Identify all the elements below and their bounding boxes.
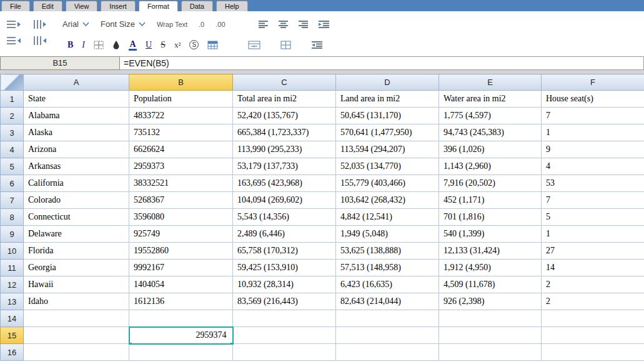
column-header-d[interactable]: D	[336, 74, 439, 91]
currency-format-icon[interactable]: S	[189, 40, 199, 49]
formula-input[interactable]	[120, 56, 644, 70]
cell-B16[interactable]	[129, 344, 233, 361]
table-borders-icon[interactable]	[280, 41, 291, 49]
menu-tab-file[interactable]: File	[1, 1, 30, 11]
cell-D13[interactable]: 82,643 (214,044)	[336, 293, 439, 310]
cell-F5[interactable]: 4	[542, 158, 644, 175]
cell-A6[interactable]: California	[24, 175, 129, 192]
row-header-15[interactable]: 15	[1, 327, 24, 344]
cell-D4[interactable]: 113,594 (294,207)	[336, 141, 439, 158]
strikethrough-button[interactable]: S	[161, 40, 166, 50]
cell-E1[interactable]: Water area in mi2	[439, 91, 542, 108]
cell-border-icon[interactable]	[94, 41, 104, 49]
cell-C15[interactable]	[233, 327, 336, 344]
cell-C8[interactable]: 5,543 (14,356)	[233, 209, 336, 226]
row-header-4[interactable]: 4	[1, 141, 24, 158]
font-size-dropdown[interactable]: Font Size	[101, 19, 146, 29]
cell-E11[interactable]: 1,912 (4,950)	[439, 260, 542, 276]
insert-column-icon[interactable]	[32, 16, 59, 33]
cell-E6[interactable]: 7,916 (20,502)	[439, 175, 542, 192]
cell-A10[interactable]: Florida	[24, 243, 129, 260]
cell-A7[interactable]: Colorado	[24, 192, 129, 209]
row-header-7[interactable]: 7	[1, 192, 24, 209]
cell-C5[interactable]: 53,179 (137,733)	[233, 158, 336, 175]
cell-A8[interactable]: Connecticut	[24, 209, 129, 226]
cell-A13[interactable]: Idaho	[24, 293, 129, 310]
cell-F11[interactable]: 14	[542, 260, 644, 276]
wrap-text-button[interactable]: Wrap Text	[157, 21, 187, 28]
row-header-11[interactable]: 11	[1, 260, 24, 276]
cell-C14[interactable]	[233, 310, 336, 327]
cell-F4[interactable]: 9	[542, 141, 644, 158]
row-header-10[interactable]: 10	[1, 243, 24, 260]
cell-E12[interactable]: 4,509 (11,678)	[439, 276, 542, 293]
cell-E13[interactable]: 926 (2,398)	[439, 293, 542, 310]
column-header-b[interactable]: B	[129, 74, 233, 91]
cell-E10[interactable]: 12,133 (31,424)	[439, 243, 542, 260]
cell-E2[interactable]: 1,775 (4,597)	[439, 108, 542, 124]
menu-tab-data[interactable]: Data	[181, 1, 213, 11]
font-family-dropdown[interactable]: Arial	[62, 19, 89, 29]
row-header-5[interactable]: 5	[1, 158, 24, 175]
cell-D16[interactable]	[336, 344, 439, 361]
font-color-icon[interactable]: A	[129, 39, 137, 51]
cell-A16[interactable]	[24, 344, 129, 361]
cell-D1[interactable]: Land area in mi2	[336, 91, 439, 108]
cell-D7[interactable]: 103,642 (268,432)	[336, 192, 439, 209]
cell-D14[interactable]	[336, 310, 439, 327]
cell-F8[interactable]: 5	[542, 209, 644, 226]
cell-B5[interactable]: 2959373	[129, 158, 233, 175]
menu-tab-view[interactable]: View	[66, 1, 98, 11]
align-left-icon[interactable]	[258, 20, 269, 28]
cell-B8[interactable]: 3596080	[129, 209, 233, 226]
cell-A2[interactable]: Alabama	[24, 108, 129, 124]
row-header-1[interactable]: 1	[1, 91, 24, 108]
cell-C2[interactable]: 52,420 (135,767)	[233, 108, 336, 124]
cell-A3[interactable]: Alaska	[24, 124, 129, 141]
cell-F6[interactable]: 53	[542, 175, 644, 192]
row-header-2[interactable]: 2	[1, 108, 24, 124]
cell-B6[interactable]: 38332521	[129, 175, 233, 192]
cell-D10[interactable]: 53,625 (138,888)	[336, 243, 439, 260]
cell-A5[interactable]: Arkansas	[24, 158, 129, 175]
underline-button[interactable]: U	[146, 40, 152, 50]
cell-D3[interactable]: 570,641 (1,477,950)	[336, 124, 439, 141]
column-header-f[interactable]: F	[542, 74, 644, 91]
increase-decimal-button[interactable]: .00	[215, 21, 225, 28]
cell-A15[interactable]	[24, 327, 129, 344]
column-header-e[interactable]: E	[439, 74, 542, 91]
cell-D12[interactable]: 6,423 (16,635)	[336, 276, 439, 293]
row-header-3[interactable]: 3	[1, 124, 24, 141]
row-header-12[interactable]: 12	[1, 276, 24, 293]
cell-A11[interactable]: Georgia	[24, 260, 129, 276]
row-header-16[interactable]: 16	[1, 344, 24, 361]
cell-C13[interactable]: 83,569 (216,443)	[233, 293, 336, 310]
cell-D15[interactable]	[336, 327, 439, 344]
cell-C3[interactable]: 665,384 (1,723,337)	[233, 124, 336, 141]
cell-reference-box[interactable]: B15	[0, 56, 120, 70]
menu-tab-edit[interactable]: Edit	[33, 1, 62, 11]
align-center-icon[interactable]	[278, 20, 289, 28]
cell-B15[interactable]: 2959374	[129, 327, 233, 344]
menu-tab-insert[interactable]: Insert	[101, 1, 136, 11]
cell-B13[interactable]: 1612136	[129, 293, 233, 310]
row-header-6[interactable]: 6	[1, 175, 24, 192]
delete-row-icon[interactable]	[6, 33, 32, 49]
row-header-8[interactable]: 8	[1, 209, 24, 226]
superscript-button[interactable]: x²	[174, 40, 181, 50]
cell-F12[interactable]: 2	[542, 276, 644, 293]
cell-C6[interactable]: 163,695 (423,968)	[233, 175, 336, 192]
cell-A4[interactable]: Arizona	[24, 141, 129, 158]
cell-B1[interactable]: Population	[129, 91, 233, 108]
cell-F13[interactable]: 2	[542, 293, 644, 310]
cell-B10[interactable]: 19552860	[129, 243, 233, 260]
cell-F15[interactable]	[542, 327, 644, 344]
cell-F9[interactable]: 1	[542, 226, 644, 243]
table-format-icon[interactable]	[207, 41, 218, 49]
cell-C10[interactable]: 65,758 (170,312)	[233, 243, 336, 260]
row-header-13[interactable]: 13	[1, 293, 24, 310]
cell-F1[interactable]: House seat(s)	[542, 91, 644, 108]
cell-F14[interactable]	[542, 310, 644, 327]
decrease-decimal-button[interactable]: .0	[199, 21, 204, 28]
menu-tab-format[interactable]: Format	[139, 1, 178, 11]
